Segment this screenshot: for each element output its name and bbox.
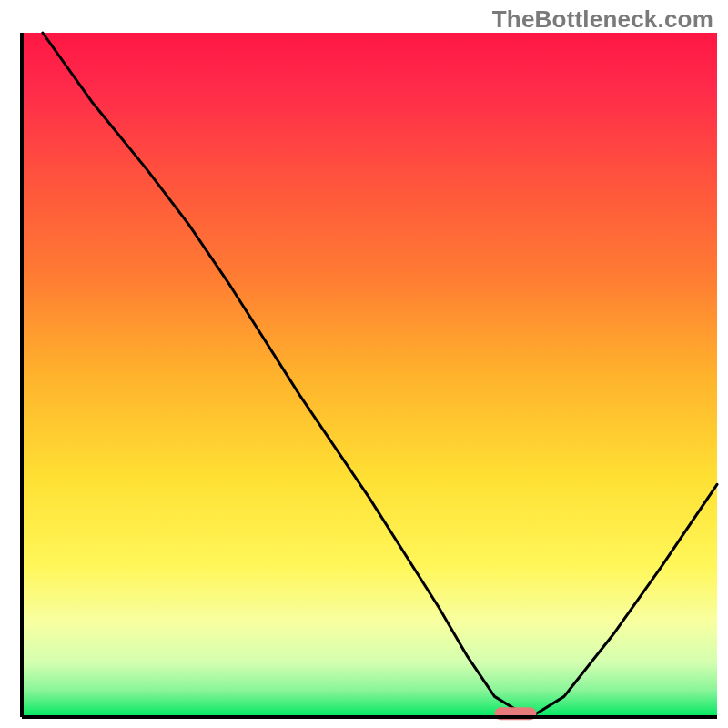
plot-background-gradient: [22, 33, 717, 717]
watermark-text: TheBottleneck.com: [492, 5, 713, 34]
chart-svg: [0, 0, 728, 728]
bottleneck-chart: TheBottleneck.com: [0, 0, 728, 728]
